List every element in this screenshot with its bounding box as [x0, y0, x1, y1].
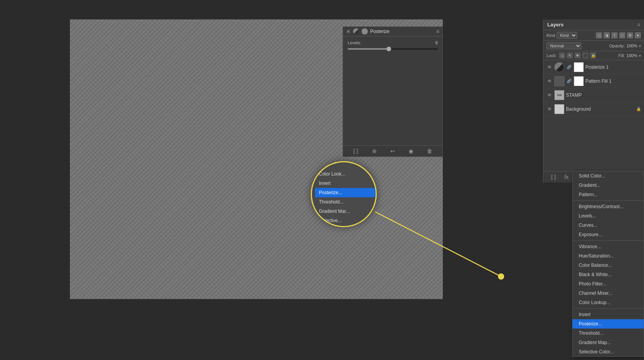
ctx-gradient[interactable]: Gradient...: [573, 181, 644, 190]
opacity-row: Opacity: 100% ▾: [609, 43, 641, 48]
ctx-pattern[interactable]: Pattern...: [573, 190, 644, 199]
levels-value: 6: [435, 40, 438, 45]
ctx-hue-saturation[interactable]: Hue/Saturation...: [573, 251, 644, 261]
ctx-invert[interactable]: Invert: [573, 310, 644, 319]
zoom-menu-item-threshold[interactable]: Threshold...: [315, 197, 376, 207]
layer-visibility-posterize1[interactable]: 👁: [547, 64, 553, 70]
layers-search-row: Kind Kind ◻ ◑ T ⬡ ⚙ ●: [543, 30, 644, 41]
layer-item-stamp[interactable]: 👁 STMP STAMP: [543, 88, 644, 102]
lock-all-btn[interactable]: 🔒: [590, 52, 596, 59]
ctx-curves[interactable]: Curves...: [573, 221, 644, 230]
layers-blend-mode-select[interactable]: Normal: [547, 42, 581, 49]
layer-filter-toggle[interactable]: ●: [635, 32, 641, 38]
lock-image-btn[interactable]: ✎: [567, 52, 573, 59]
levels-slider-fill: [348, 48, 388, 50]
levels-slider-track: [348, 48, 438, 50]
zoom-menu-item-posterize[interactable]: Posterize...: [315, 188, 376, 197]
levels-slider-thumb[interactable]: [386, 47, 391, 51]
zoom-menu-item-selective[interactable]: Selective...: [315, 216, 376, 225]
ctx-solid-color[interactable]: Solid Color...: [573, 171, 644, 181]
ctx-posterize[interactable]: Posterize...: [573, 319, 644, 329]
properties-panel: ✕ Posterize ≡ Levels: 6 ⟦⟧ ⊕ ↩ ◉ 🗑: [343, 26, 443, 157]
ctx-photo-filter[interactable]: Photo Filter...: [573, 279, 644, 289]
ctx-threshold[interactable]: Threshold...: [573, 329, 644, 338]
zoom-menu-item-invert[interactable]: Invert: [315, 179, 376, 188]
ctx-sep-1: [573, 200, 644, 201]
layers-panel: Layers ≡ Kind Kind ◻ ◑ T ⬡ ⚙ ● Normal Op…: [543, 19, 644, 183]
lock-label: Lock:: [547, 53, 557, 58]
properties-close[interactable]: ✕: [346, 28, 351, 35]
ctx-color-balance[interactable]: Color Balance...: [573, 261, 644, 270]
ctx-exposure[interactable]: Exposure...: [573, 230, 644, 239]
layer-filter-smart-icon[interactable]: ⚙: [627, 32, 633, 38]
zoom-circle: Color Look... Invert Posterize... Thresh…: [311, 161, 377, 227]
context-menu: Solid Color... Gradient... Pattern... Br…: [572, 171, 644, 357]
properties-panel-title: Posterize: [370, 29, 390, 34]
layer-item-background[interactable]: 👁 Background 🔒: [543, 102, 644, 116]
layer-visibility-background[interactable]: 👁: [547, 106, 553, 112]
properties-footer-btn-4[interactable]: ◉: [409, 148, 413, 154]
layers-kind-select[interactable]: Kind: [557, 32, 577, 39]
layer-thumb-posterize1: [554, 62, 564, 72]
lock-transparent-btn[interactable]: ◻: [559, 52, 565, 59]
levels-row: Levels: 6: [348, 40, 438, 45]
lock-icons: ◻ ✎ ✥ ⬛ 🔒: [559, 52, 596, 59]
layer-filter-pixel-icon[interactable]: ◻: [596, 32, 602, 38]
layer-name-patternfill1: Pattern Fill 1: [585, 78, 641, 84]
properties-footer-btn-5[interactable]: 🗑: [427, 148, 432, 154]
properties-menu-icon[interactable]: ≡: [436, 28, 439, 35]
layer-thumb-background: [554, 104, 564, 114]
layer-filter-adj-icon[interactable]: ◑: [604, 32, 610, 38]
layer-item-patternfill1[interactable]: 👁 🔗 Pattern Fill 1: [543, 74, 644, 88]
ctx-brightness-contrast[interactable]: Brightness/Contrast...: [573, 202, 644, 211]
layers-kind-label: Kind: [547, 33, 555, 38]
lock-artboard-btn[interactable]: ⬛: [582, 52, 588, 59]
layer-thumb-patternfill1: [554, 76, 564, 86]
layer-item-posterize1[interactable]: 👁 🔗 Posterize 1: [543, 60, 644, 74]
layer-visibility-patternfill1[interactable]: 👁: [547, 78, 553, 84]
layers-header: Layers ≡: [543, 19, 644, 30]
ctx-levels[interactable]: Levels...: [573, 211, 644, 221]
layer-visibility-stamp[interactable]: 👁: [547, 92, 553, 98]
opacity-label: Opacity:: [609, 43, 625, 48]
layers-search-icons: ◻ ◑ T ⬡ ⚙ ●: [596, 32, 641, 38]
layer-chain-patternfill1: 🔗: [566, 78, 572, 84]
properties-header: ✕ Posterize ≡: [343, 27, 442, 37]
layer-filter-text-icon[interactable]: T: [611, 32, 618, 38]
ctx-selective-color[interactable]: Selective Color...: [573, 347, 644, 357]
fill-label: Fill:: [618, 53, 625, 58]
ctx-sep-3: [573, 308, 644, 309]
layer-lock-background: 🔒: [636, 107, 641, 111]
ctx-sep-2: [573, 240, 644, 241]
ctx-black-white[interactable]: Black & White...: [573, 270, 644, 279]
layer-mask-patternfill1: [574, 76, 584, 86]
layers-link-btn[interactable]: ⟦⟧: [551, 174, 556, 180]
layer-chain-posterize1: 🔗: [566, 64, 572, 70]
fill-value[interactable]: 100%: [627, 53, 637, 58]
properties-footer: ⟦⟧ ⊕ ↩ ◉ 🗑: [343, 145, 442, 157]
ctx-color-lookup[interactable]: Color Lookup...: [573, 298, 644, 307]
lock-position-btn[interactable]: ✥: [574, 52, 581, 59]
mask-icon: [362, 28, 368, 35]
layers-title: Layers: [547, 22, 564, 28]
zoom-menu: Color Look... Invert Posterize... Thresh…: [315, 169, 376, 225]
ctx-channel-mixer[interactable]: Channel Mixer...: [573, 289, 644, 298]
ctx-vibrance[interactable]: Vibrance...: [573, 242, 644, 251]
layers-fx-btn[interactable]: fx: [564, 174, 569, 180]
properties-footer-btn-3[interactable]: ↩: [390, 148, 395, 154]
ctx-gradient-map[interactable]: Gradient Map...: [573, 338, 644, 347]
properties-footer-btn-2[interactable]: ⊕: [372, 148, 377, 154]
fill-chevron: ▾: [639, 54, 641, 58]
layer-filter-shape-icon[interactable]: ⬡: [619, 32, 625, 38]
zoom-menu-item-colorlook[interactable]: Color Look...: [315, 169, 376, 179]
levels-slider-container[interactable]: [348, 48, 438, 50]
adjustment-icon: [353, 28, 359, 35]
zoom-menu-item-gradientmap[interactable]: Gradient Mar...: [315, 207, 376, 216]
fill-row: Fill: 100% ▾: [618, 53, 641, 58]
layer-mask-posterize1: [574, 62, 584, 72]
layers-menu-icon[interactable]: ≡: [637, 22, 640, 28]
opacity-value[interactable]: 100%: [627, 43, 637, 48]
layer-name-posterize1: Posterize 1: [585, 64, 641, 70]
properties-title-row: ✕ Posterize: [346, 28, 390, 35]
properties-footer-btn-1[interactable]: ⟦⟧: [353, 148, 359, 154]
